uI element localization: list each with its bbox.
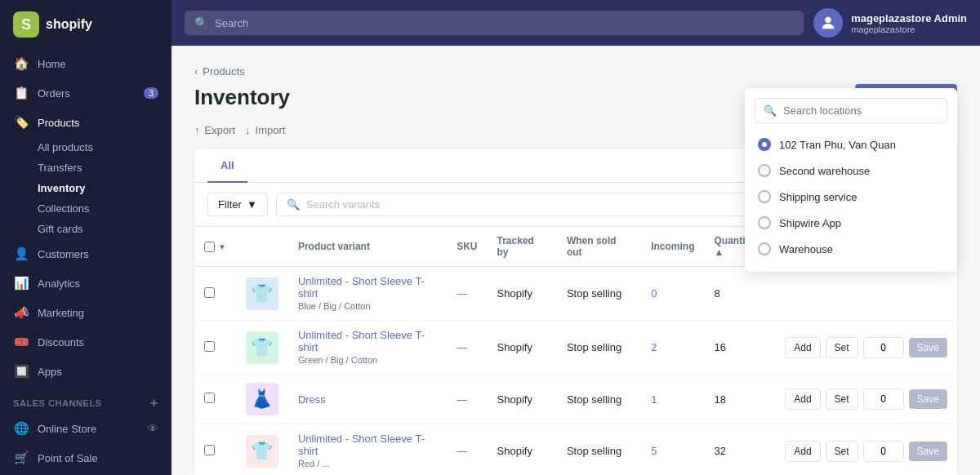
set-button[interactable]: Set [826, 337, 858, 358]
location-option-label: Second warehouse [779, 165, 870, 177]
add-set-row: Add Set Save [785, 337, 947, 358]
img-col-header [236, 227, 288, 267]
sidebar-item-analytics[interactable]: 📊 Analytics [0, 269, 172, 298]
product-variant-header: Product variant [288, 227, 447, 267]
sidebar-item-label: Point of Sale [38, 452, 98, 464]
sidebar-item-label: Products [38, 117, 79, 129]
select-all-checkbox[interactable] [204, 242, 215, 252]
qty-input[interactable] [863, 388, 904, 410]
sidebar-item-online-store[interactable]: 🌐 Online Store 👁 [0, 414, 172, 443]
search-input[interactable] [215, 17, 794, 29]
breadcrumb-label: Products [203, 65, 244, 78]
radio-unselected [758, 164, 771, 177]
filter-button[interactable]: Filter ▼ [207, 193, 268, 216]
product-name-link[interactable]: Dress [298, 393, 326, 406]
row-checkbox-cell [194, 267, 236, 321]
incoming-link[interactable]: 2 [651, 341, 657, 353]
row-checkbox[interactable] [204, 393, 215, 403]
sidebar-item-point-of-sale[interactable]: 🛒 Point of Sale [0, 443, 172, 473]
breadcrumb[interactable]: ‹ Products [194, 65, 957, 78]
tab-all[interactable]: All [207, 149, 247, 183]
sidebar-subitem-inventory[interactable]: Inventory [0, 178, 172, 198]
tracked-by-cell: Shopify [488, 321, 557, 375]
save-button[interactable]: Save [909, 442, 947, 461]
table-row: 👕 Unlimited - Short Sleeve T-shirt Blue … [194, 267, 957, 321]
actions-cell: Add Set Save [775, 321, 957, 375]
location-option-1[interactable]: 102 Tran Phu, Van Quan [745, 131, 957, 158]
export-button[interactable]: ↑ Export [194, 124, 235, 136]
sort-asc-icon[interactable]: ▲ [714, 246, 724, 258]
product-name-link[interactable]: Unlimited - Short Sleeve T-shirt [298, 433, 425, 457]
discounts-icon: 🎟️ [13, 334, 29, 350]
sidebar-logo[interactable]: S shopify [0, 0, 172, 49]
sidebar-item-label: Online Store [38, 423, 96, 435]
product-name-link[interactable]: Unlimited - Short Sleeve T-shirt [298, 275, 425, 300]
sidebar-subitem-all-products[interactable]: All products [0, 137, 172, 158]
sidebar-subitem-gift-cards[interactable]: Gift cards [0, 219, 172, 239]
sidebar-item-orders[interactable]: 📋 Orders 3 [0, 78, 172, 108]
sidebar-item-customers[interactable]: 👤 Customers [0, 239, 172, 269]
sidebar-subitem-transfers[interactable]: Transfers [0, 158, 172, 178]
product-thumbnail: 👕 [246, 435, 278, 468]
location-option-5[interactable]: Warehouse [745, 236, 957, 262]
add-set-row: Add Set Save [785, 388, 947, 410]
sidebar-item-label: Analytics [38, 277, 80, 290]
add-button[interactable]: Add [785, 441, 820, 462]
dropdown-arrow[interactable]: ▼ [218, 242, 226, 251]
sidebar-item-discounts[interactable]: 🎟️ Discounts [0, 327, 172, 357]
variant-label: Green / Big / Cotton [298, 355, 377, 365]
actions-cell: Add Set Save [775, 375, 957, 424]
qty-input[interactable] [863, 337, 904, 358]
sidebar-item-products[interactable]: 🏷️ Products [0, 108, 172, 137]
user-menu[interactable]: mageplazastore Admin mageplazastore [813, 8, 967, 38]
qty-input[interactable] [863, 441, 904, 462]
location-option-3[interactable]: Shipping service [745, 184, 957, 210]
location-option-label: Warehouse [779, 243, 833, 255]
table-row: 👕 Unlimited - Short Sleeve T-shirt Green… [194, 321, 957, 375]
sku-cell: — [447, 321, 487, 375]
sidebar-subitem-collections[interactable]: Collections [0, 198, 172, 219]
sidebar-item-marketing[interactable]: 📣 Marketing [0, 298, 172, 327]
products-icon: 🏷️ [13, 114, 29, 131]
radio-selected [758, 138, 771, 151]
add-button[interactable]: Add [785, 337, 820, 358]
product-name-link[interactable]: Unlimited - Short Sleeve T-shirt [298, 329, 425, 353]
variant-label: Blue / Big / Cotton [298, 301, 371, 311]
location-search-input[interactable] [783, 104, 938, 117]
product-variant-cell: Unlimited - Short Sleeve T-shirt Green /… [288, 321, 447, 375]
variant-label: Red / ... [298, 459, 330, 468]
import-button[interactable]: ↓ Import [245, 124, 285, 136]
incoming-link[interactable]: 5 [651, 445, 657, 457]
when-sold-out-cell: Stop selling [557, 321, 641, 375]
apps-icon: 🔲 [13, 363, 29, 380]
add-channel-icon[interactable]: + [150, 396, 158, 411]
row-checkbox[interactable] [204, 445, 215, 455]
location-option-2[interactable]: Second warehouse [745, 158, 957, 184]
content-area: ‹ Products Inventory View products ↑ Exp… [172, 46, 980, 475]
quantity-value: 18 [714, 393, 725, 406]
set-button[interactable]: Set [826, 388, 858, 410]
quantity-value: 8 [714, 287, 719, 300]
incoming-link[interactable]: 0 [651, 287, 657, 300]
filter-label: Filter [218, 198, 242, 211]
eye-icon[interactable]: 👁 [147, 422, 158, 435]
search-bar[interactable]: 🔍 [185, 11, 804, 35]
row-checkbox[interactable] [204, 287, 215, 298]
set-button[interactable]: Set [826, 441, 858, 462]
incoming-link[interactable]: 1 [651, 393, 657, 406]
tracked-by-header: Tracked by [488, 227, 557, 267]
topbar: 🔍 mageplazastore Admin mageplazastore [172, 0, 980, 46]
location-search-field[interactable]: 🔍 [755, 98, 947, 123]
quantity-value: 32 [714, 445, 725, 457]
actions-cell [775, 267, 957, 321]
save-button[interactable]: Save [909, 389, 947, 409]
sidebar-item-home[interactable]: 🏠 Home [0, 49, 172, 78]
sales-channels-section: SALES CHANNELS + [0, 386, 172, 414]
sidebar-item-apps[interactable]: 🔲 Apps [0, 357, 172, 386]
svg-point-0 [825, 17, 831, 23]
add-button[interactable]: Add [785, 388, 820, 410]
location-option-4[interactable]: Shipwire App [745, 210, 957, 236]
sku-header: SKU [447, 227, 487, 267]
save-button[interactable]: Save [909, 338, 947, 357]
row-checkbox[interactable] [204, 341, 215, 352]
